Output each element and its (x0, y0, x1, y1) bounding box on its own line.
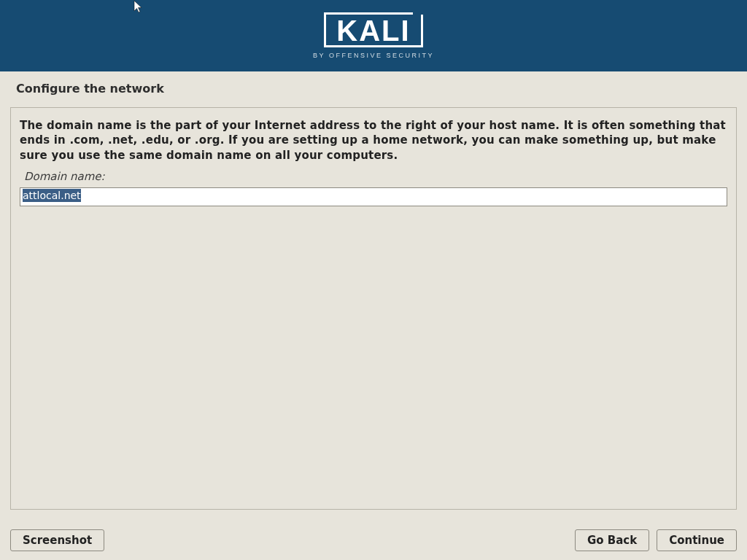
installer-header: KALI BY OFFENSIVE SECURITY (0, 0, 747, 71)
cursor-icon (133, 0, 145, 18)
kali-logo: KALI BY OFFENSIVE SECURITY (313, 12, 434, 59)
domain-name-input[interactable]: attlocal.net (20, 187, 727, 206)
page-title: Configure the network (0, 71, 747, 103)
button-bar: Screenshot Go Back Continue (10, 529, 737, 551)
domain-name-label: Domain name: (24, 170, 727, 183)
logo-subtitle: BY OFFENSIVE SECURITY (313, 52, 434, 59)
continue-button[interactable]: Continue (657, 529, 737, 551)
description-text: The domain name is the part of your Inte… (20, 118, 727, 163)
form-panel: The domain name is the part of your Inte… (10, 107, 737, 510)
screenshot-button[interactable]: Screenshot (10, 529, 104, 551)
logo-text: KALI (336, 15, 410, 47)
go-back-button[interactable]: Go Back (575, 529, 649, 551)
domain-name-value: attlocal.net (23, 189, 81, 202)
